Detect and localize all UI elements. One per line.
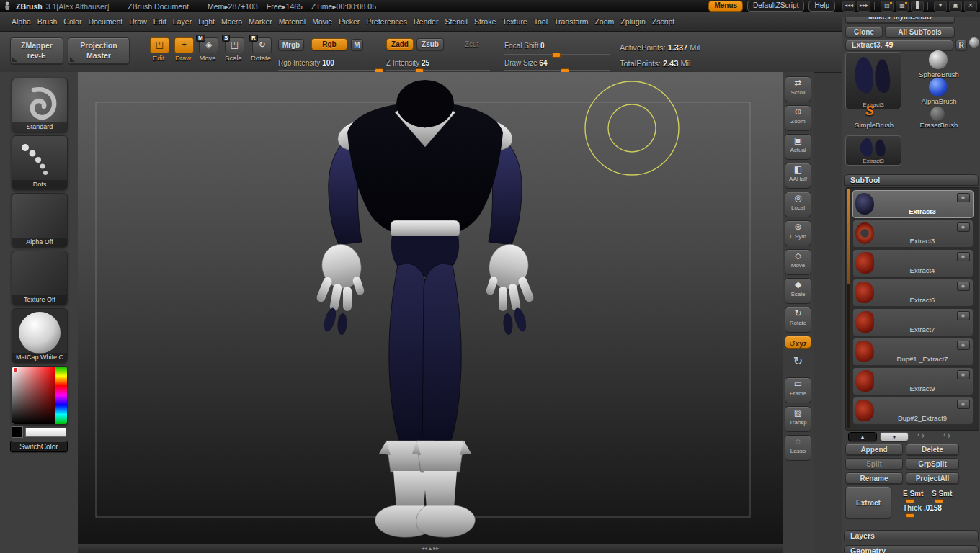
visibility-icon[interactable]	[957, 370, 970, 379]
mrgb-button[interactable]: Mrgb	[278, 39, 304, 50]
m-button[interactable]: M	[351, 39, 363, 50]
rename-button[interactable]: Rename	[845, 472, 903, 484]
recent-tool-thumbnail[interactable]: Extract3	[845, 135, 901, 166]
e-smt-handle[interactable]	[906, 499, 914, 503]
current-tool-thumbnail[interactable]: Extract3	[845, 52, 901, 109]
hue-strip[interactable]	[55, 367, 67, 424]
window-icon[interactable]: ▣	[949, 1, 962, 12]
material-selector[interactable]: MatCap White C	[12, 308, 68, 363]
hscroll-right-icon[interactable]: ▸▸	[433, 545, 439, 552]
all-subtools-button[interactable]: All SubTools	[885, 27, 955, 37]
visibility-icon[interactable]	[957, 311, 970, 320]
menu-item[interactable]: Alpha	[12, 17, 31, 26]
menu-item[interactable]: Document	[88, 17, 122, 26]
thick-slider-handle[interactable]	[906, 513, 914, 518]
zmapper-button[interactable]: ZMapperrev-E	[10, 37, 63, 64]
dropdown-icon[interactable]: ▾	[934, 1, 947, 12]
rgb-intensity-slider[interactable]	[278, 70, 382, 71]
eraser-brush-icon[interactable]	[930, 107, 945, 121]
visibility-icon[interactable]	[957, 222, 970, 232]
menu-item[interactable]: Preferences	[366, 17, 407, 26]
main-color-swatch[interactable]	[12, 426, 23, 438]
menu-item[interactable]: Stencil	[445, 17, 468, 26]
projection-master-button[interactable]: ProjectionMaster	[68, 37, 130, 64]
actual-button[interactable]: ▣ Actual	[785, 134, 811, 160]
rotate-xyz-button[interactable]: ↺xyz	[785, 336, 811, 349]
layers-section-header[interactable]: Layers	[844, 530, 979, 541]
horizontal-scrollbar[interactable]: ◂◂ ▴ ▸▸	[78, 544, 783, 553]
scroll-right-icon[interactable]: ▸▸▸	[858, 1, 870, 12]
texture-selector[interactable]: Texture Off	[12, 251, 68, 305]
append-button[interactable]: Append	[845, 444, 903, 455]
hscroll-left-icon[interactable]: ◂◂	[422, 545, 429, 552]
draw-brush-icon[interactable]: +	[174, 37, 194, 53]
focal-shift-slider[interactable]	[504, 54, 610, 55]
current-tool-button[interactable]: Extract3. 49	[845, 40, 953, 50]
spin-button[interactable]: ↻	[785, 354, 811, 368]
document-canvas[interactable]	[78, 72, 783, 544]
menu-item[interactable]: Zoom	[594, 17, 614, 26]
menu-item[interactable]: Render	[414, 17, 438, 26]
subtool-item[interactable]: Extract6	[852, 279, 974, 307]
brush-selector[interactable]: Standard	[12, 78, 68, 132]
split-button[interactable]: Split	[845, 458, 903, 469]
rgb-button[interactable]: Rgb	[311, 38, 347, 50]
alpha-selector[interactable]: Alpha Off	[12, 193, 68, 248]
subtool-down-button[interactable]: ▼	[880, 432, 909, 441]
delete-button[interactable]: Delete	[906, 444, 959, 455]
z-intensity-slider[interactable]	[386, 70, 490, 71]
secondary-color-swatch[interactable]	[25, 428, 66, 437]
alpha-brush-icon[interactable]	[929, 78, 948, 96]
sphere-brush-icon[interactable]	[929, 50, 948, 69]
palette-b-icon[interactable]: ▦	[896, 1, 909, 12]
transp-button[interactable]: ▨ Transp	[785, 406, 811, 432]
visibility-icon[interactable]	[957, 252, 970, 261]
aahalf-button[interactable]: ◧ AAHalf	[785, 163, 811, 189]
move-button[interactable]: ◇ Move	[785, 249, 811, 275]
default-zscript-button[interactable]: DefaultZScript	[747, 1, 804, 12]
subtool-movedown-button[interactable]: ↪	[917, 431, 925, 441]
simple-brush-icon[interactable]: S	[865, 104, 874, 119]
s-smt-toggle[interactable]: S Smt	[932, 490, 952, 498]
menu-item[interactable]: Zscript	[652, 17, 675, 26]
frame-button[interactable]: ▭ Frame	[785, 377, 811, 403]
grpsplit-button[interactable]: GrpSplit	[906, 458, 959, 469]
menu-item[interactable]: Picker	[339, 17, 360, 26]
lsym-button[interactable]: ⊛ L.Sym	[785, 220, 811, 246]
zoom-button[interactable]: ⊕ Zoom	[785, 105, 811, 131]
zsub-button[interactable]: Zsub	[416, 38, 444, 50]
menu-item[interactable]: Edit	[153, 17, 166, 26]
menu-item[interactable]: Marker	[249, 17, 272, 26]
switch-color-button[interactable]: SwitchColor	[10, 441, 68, 452]
visibility-icon[interactable]	[957, 193, 970, 202]
color-gradient-square[interactable]	[12, 367, 55, 424]
subtool-item[interactable]: Dup#1 _Extract7	[852, 338, 974, 366]
lock-icon[interactable]	[911, 1, 924, 12]
subtool-section-header[interactable]: SubTool	[844, 174, 979, 186]
menu-item[interactable]: Color	[63, 17, 81, 26]
subtool-scrollbar[interactable]	[847, 189, 850, 428]
visibility-icon[interactable]	[957, 341, 970, 350]
make-polymesh-button[interactable]: Make Polymesh3D	[845, 17, 955, 23]
e-smt-toggle[interactable]: E Smt	[903, 490, 923, 498]
menu-item[interactable]: Light	[198, 17, 215, 26]
help-button[interactable]: Help	[808, 1, 835, 12]
menu-item[interactable]: Texture	[502, 17, 527, 26]
menu-item[interactable]: Zplugin	[620, 17, 645, 26]
projectall-button[interactable]: ProjectAll	[906, 472, 959, 484]
menu-item[interactable]: Draw	[129, 17, 147, 26]
subtool-item[interactable]: Extract7	[852, 308, 974, 336]
zcut-button[interactable]: Zcut	[465, 40, 478, 48]
subtool-up-button[interactable]: ▲	[848, 432, 877, 441]
menu-item[interactable]: Macro	[221, 17, 242, 26]
menus-button[interactable]: Menus	[708, 1, 743, 12]
scale-button[interactable]: ◆ Scale	[785, 278, 811, 304]
menu-item[interactable]: Layer	[173, 17, 192, 26]
edit-marquee-icon[interactable]: ◳	[150, 37, 169, 53]
menu-item[interactable]: Transform	[554, 17, 588, 26]
local-button[interactable]: ◎ Local	[785, 192, 811, 217]
subtool-moveup-button[interactable]: ↪	[943, 431, 950, 441]
color-picker[interactable]	[12, 366, 68, 425]
scroll-left-icon[interactable]: ◂◂◂	[842, 1, 855, 12]
menu-item[interactable]: Material	[279, 17, 306, 26]
